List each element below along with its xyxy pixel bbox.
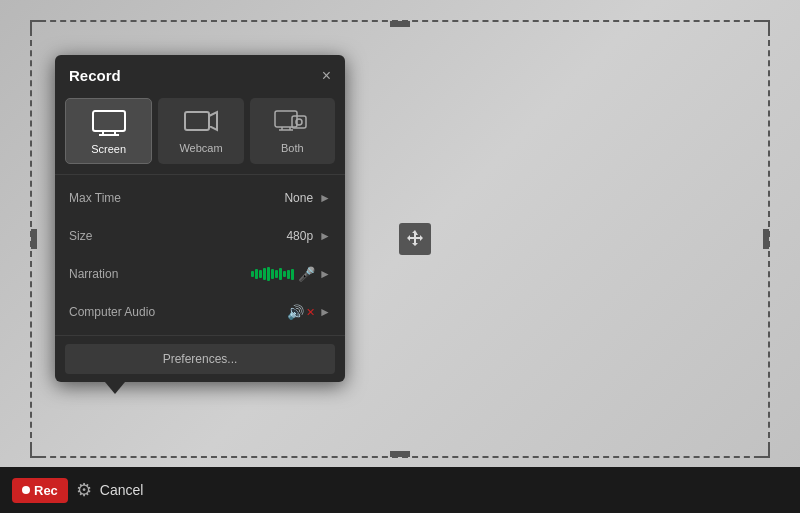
narration-label: Narration [69,267,251,281]
audio-bar [279,268,282,280]
narration-audio-bars [251,267,294,281]
narration-row: Narration 🎤 ► [55,255,345,293]
corner-handle-bl[interactable] [30,444,44,458]
svg-rect-6 [275,111,297,127]
size-row: Size 480p ► [55,217,345,255]
dialog-title: Record [69,67,121,84]
source-screen-button[interactable]: Screen [65,98,152,164]
audio-bar [259,270,262,278]
source-row: Screen Webcam Both [55,92,345,174]
corner-handle-tl[interactable] [30,20,44,34]
move-handle[interactable] [399,223,431,255]
computer-audio-row: Computer Audio 🔊 ✕ ► [55,293,345,331]
preferences-section: Preferences... [55,335,345,382]
computer-audio-label: Computer Audio [69,305,287,319]
max-time-arrow[interactable]: ► [319,191,331,205]
mute-icon: ✕ [306,306,315,319]
max-time-value: None [284,191,313,205]
speaker-icon: 🔊 [287,304,304,320]
close-button[interactable]: × [322,68,331,84]
corner-handle-br[interactable] [756,444,770,458]
settings-button[interactable]: ⚙ [76,479,92,501]
audio-bar [251,271,254,277]
svg-marker-5 [209,112,217,130]
svg-rect-4 [185,112,209,130]
source-webcam-label: Webcam [179,142,222,154]
edge-handle-left[interactable] [31,229,37,249]
audio-bar [283,271,286,277]
size-label: Size [69,229,286,243]
size-value: 480p [286,229,313,243]
max-time-row: Max Time None ► [55,179,345,217]
edge-handle-top[interactable] [390,21,410,27]
settings-section: Max Time None ► Size 480p ► Narration [55,174,345,335]
mic-icon: 🎤 [298,266,315,282]
audio-bar [255,269,258,279]
audio-bar [271,269,274,279]
rec-dot [22,486,30,494]
audio-bar [275,270,278,278]
rec-label: Rec [34,483,58,498]
source-webcam-button[interactable]: Webcam [158,98,243,164]
edge-handle-right[interactable] [763,229,769,249]
audio-bar [291,269,294,280]
dialog-header: Record × [55,55,345,92]
svg-rect-10 [292,116,306,128]
svg-rect-0 [93,111,125,131]
edge-handle-bottom[interactable] [390,451,410,457]
rec-button[interactable]: Rec [12,478,68,503]
corner-handle-tr[interactable] [756,20,770,34]
source-both-label: Both [281,142,304,154]
toolbar: Rec ⚙ Cancel [0,467,800,513]
record-dialog: Record × Screen Webcam [55,55,345,382]
audio-bar [263,268,266,280]
size-arrow[interactable]: ► [319,229,331,243]
computer-audio-arrow[interactable]: ► [319,305,331,319]
source-screen-label: Screen [91,143,126,155]
cancel-button[interactable]: Cancel [100,482,144,498]
narration-arrow[interactable]: ► [319,267,331,281]
audio-bar [287,270,290,279]
preferences-button[interactable]: Preferences... [65,344,335,374]
max-time-label: Max Time [69,191,284,205]
source-both-button[interactable]: Both [250,98,335,164]
audio-bar [267,267,270,281]
